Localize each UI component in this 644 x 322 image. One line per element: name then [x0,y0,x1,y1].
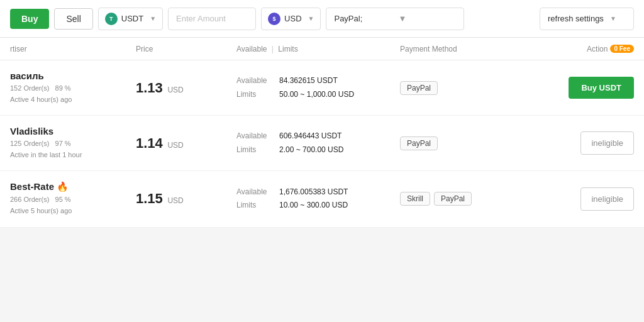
avail-limits-1: Available 606.946443 USDT Limits 2.00 ~ … [236,130,400,157]
payment-method-selector[interactable]: PayPal; ▼ [326,8,464,30]
payment-badge-0-0: PayPal [400,81,438,95]
ineligible-button-2: ineligible [580,187,634,211]
refresh-settings-selector[interactable]: refresh settings ▼ [540,8,634,30]
action-col-1: ineligible [538,131,634,155]
buy-usdt-button-0[interactable]: Buy USDT [569,77,634,99]
avail-limits-0: Available 84.362615 USDT Limits 50.00 ~ … [236,74,400,101]
advertiser-name-1: Vladisliks [10,126,136,136]
limits-label-0: Limits [236,88,274,102]
advertiser-name-2: Best-Rate 🔥 [10,181,136,192]
table-row: Best-Rate 🔥 266 Order(s) 95 % Active 5 h… [0,171,644,227]
advertiser-stats-0: 152 Order(s) 89 % Active 4 hour(s) ago [10,83,136,105]
avail-limits-2: Available 1,676.005383 USDT Limits 10.00… [236,186,400,213]
currency-selector[interactable]: $ USD ▼ [261,8,321,30]
price-currency-1: USD [167,141,183,150]
action-col-2: ineligible [538,187,634,211]
payment-col-0: PayPal [400,81,538,95]
header-payment: Payment Method [400,45,457,53]
limits-value-0: 50.00 ~ 1,000.00 USD [279,88,354,102]
price-col-2: 1.15 USD [136,191,236,207]
fee-badge: 0 Fee [610,45,634,53]
advertiser-info-1: Vladisliks 125 Order(s) 97 % Active in t… [10,126,136,160]
price-value-0: 1.13 [136,80,163,96]
amount-input[interactable] [168,8,256,30]
action-col-0: Buy USDT [538,77,634,99]
limits-label-1: Limits [236,143,274,157]
coin-chevron-icon: ▼ [150,15,156,22]
available-label-1: Available [236,130,274,143]
limits-label-2: Limits [236,199,274,213]
sell-button[interactable]: Sell [54,8,92,30]
advertiser-name-0: василь [10,70,136,81]
payment-badge-2-1: PayPal [434,192,472,206]
table-row: Vladisliks 125 Order(s) 97 % Active in t… [0,116,644,171]
limits-value-2: 10.00 ~ 300.00 USD [279,199,348,213]
payment-method-label: PayPal; [334,14,392,23]
advertiser-stats-2: 266 Order(s) 95 % Active 5 hour(s) ago [10,194,136,216]
table-row: василь 152 Order(s) 89 % Active 4 hour(s… [0,60,644,116]
header-limits: Limits [278,45,297,53]
price-col-1: 1.14 USD [136,135,236,152]
price-value-2: 1.15 [136,191,163,206]
payment-col-2: Skrill PayPal [400,192,538,206]
currency-label: USD [284,14,301,23]
available-value-0: 84.362615 USDT [279,74,338,88]
table-header: rtiser Price Available | Limits Payment … [0,38,644,60]
price-col-0: 1.13 USD [136,80,236,96]
coin-selector[interactable]: T USDT ▼ [98,8,163,30]
currency-chevron-icon: ▼ [308,15,314,22]
price-value-1: 1.14 [136,135,163,151]
buy-button[interactable]: Buy [10,9,49,29]
payment-col-1: PayPal [400,136,538,150]
limits-value-1: 2.00 ~ 700.00 USD [279,143,343,157]
ineligible-button-1: ineligible [580,131,634,155]
usd-icon: $ [268,13,280,25]
available-label-2: Available [236,186,274,199]
advertiser-info-0: василь 152 Order(s) 89 % Active 4 hour(s… [10,70,136,105]
payment-badge-2-0: Skrill [400,192,430,206]
available-label-0: Available [236,74,274,88]
available-value-2: 1,676.005383 USDT [279,186,348,199]
refresh-settings-label: refresh settings [548,14,604,23]
toolbar: Buy Sell T USDT ▼ $ USD ▼ PayPal; ▼ refr… [0,0,644,38]
payment-badge-1-0: PayPal [400,136,438,150]
advertiser-info-2: Best-Rate 🔥 266 Order(s) 95 % Active 5 h… [10,181,136,216]
refresh-chevron-icon: ▼ [610,15,616,22]
price-currency-0: USD [167,86,183,94]
header-advertiser: rtiser [10,45,27,53]
price-currency-2: USD [167,196,183,205]
header-price: Price [136,45,153,53]
available-value-1: 606.946443 USDT [279,130,341,143]
advertiser-stats-1: 125 Order(s) 97 % Active in the last 1 h… [10,138,136,160]
usdt-icon: T [105,13,118,25]
header-action: Action [587,45,608,53]
header-available: Available [236,45,267,53]
payment-chevron-icon: ▼ [398,14,456,23]
coin-label: USDT [121,14,143,23]
